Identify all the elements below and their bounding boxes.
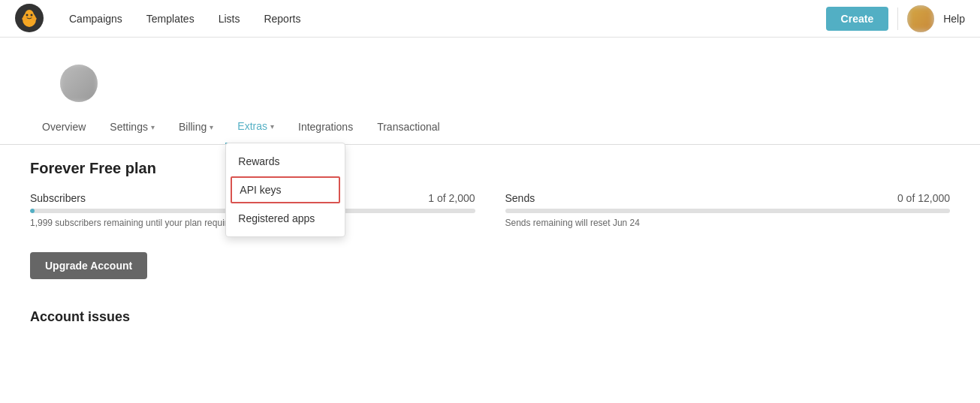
nav-right: Create Help <box>826 5 965 32</box>
settings-chevron-icon: ▾ <box>151 123 155 131</box>
subnav-settings[interactable]: Settings ▾ <box>98 110 167 143</box>
top-nav: Campaigns Templates Lists Reports Create… <box>0 0 980 38</box>
nav-lists[interactable]: Lists <box>207 0 252 38</box>
dropdown-api-keys[interactable]: API keys <box>231 176 340 203</box>
sub-nav: Overview Settings ▾ Billing ▾ Extras ▾ R… <box>0 110 980 145</box>
svg-point-5 <box>33 17 37 20</box>
svg-point-3 <box>31 14 33 16</box>
subscribers-label: Subscribers <box>30 192 86 204</box>
logo[interactable] <box>15 4 45 34</box>
sends-note: Sends remaining will reset Jun 24 <box>505 218 951 228</box>
dropdown-registered-apps[interactable]: Registered apps <box>226 205 345 232</box>
account-issues-heading: Account issues <box>30 309 950 325</box>
help-link[interactable]: Help <box>943 13 965 25</box>
billing-chevron-icon: ▾ <box>210 123 213 131</box>
subnav-overview[interactable]: Overview <box>30 110 98 143</box>
avatar[interactable] <box>907 5 934 32</box>
nav-reports[interactable]: Reports <box>252 0 312 38</box>
upgrade-button[interactable]: Upgrade Account <box>30 252 147 279</box>
stats-row: Subscribers 1 of 2,000 1,999 subscribers… <box>30 192 950 228</box>
extras-chevron-icon: ▾ <box>270 122 274 131</box>
nav-templates[interactable]: Templates <box>134 0 207 38</box>
nav-divider <box>897 8 898 30</box>
account-avatar <box>60 65 98 102</box>
create-button[interactable]: Create <box>826 7 889 31</box>
subnav-integrations[interactable]: Integrations <box>286 110 365 143</box>
subscribers-value: 1 of 2,000 <box>428 192 475 204</box>
sends-label: Sends <box>505 192 535 204</box>
main-content: Forever Free plan Subscribers 1 of 2,000… <box>0 145 980 340</box>
extras-dropdown: Rewards API keys Registered apps <box>225 143 345 237</box>
subnav-extras[interactable]: Extras ▾ Rewards API keys Registered app… <box>225 110 286 144</box>
sends-value: 0 of 12,000 <box>897 192 950 204</box>
dropdown-rewards[interactable]: Rewards <box>226 148 345 175</box>
sends-block: Sends 0 of 12,000 Sends remaining will r… <box>505 192 951 228</box>
sends-progress-bar <box>505 209 951 213</box>
nav-campaigns[interactable]: Campaigns <box>57 0 134 38</box>
plan-title: Forever Free plan <box>30 160 950 177</box>
svg-point-4 <box>23 17 26 20</box>
subscribers-progress-fill <box>30 209 35 213</box>
subnav-billing[interactable]: Billing ▾ <box>167 110 225 143</box>
nav-links: Campaigns Templates Lists Reports <box>57 0 826 38</box>
subnav-transactional[interactable]: Transactional <box>365 110 452 143</box>
svg-point-2 <box>26 14 29 16</box>
